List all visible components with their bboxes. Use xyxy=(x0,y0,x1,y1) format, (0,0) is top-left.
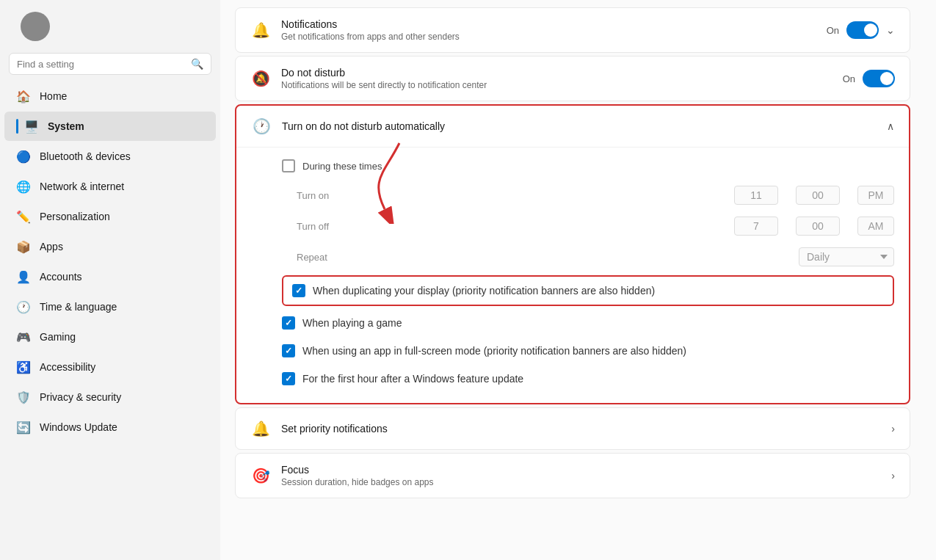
personalization-icon: ✏️ xyxy=(16,209,31,224)
sidebar-item-network[interactable]: 🌐Network & internet xyxy=(4,172,216,201)
during-times-row: During these times xyxy=(282,155,894,177)
auto-dnd-content: During these times xyxy=(236,147,909,403)
auto-dnd-section: 🕐 Turn on do not disturb automatically ∧… xyxy=(235,104,910,404)
time-label: Time & language xyxy=(40,301,204,313)
focus-icon: 🎯 xyxy=(250,465,271,486)
search-input[interactable] xyxy=(17,59,185,70)
turn-off-hour[interactable] xyxy=(734,217,778,236)
sidebar-item-bluetooth[interactable]: 🔵Bluetooth & devices xyxy=(4,142,216,171)
repeat-select[interactable]: Daily Weekdays Weekends xyxy=(799,247,894,266)
focus-chevron: › xyxy=(891,470,895,481)
nav-list: 🏠Home🖥️System🔵Bluetooth & devices🌐Networ… xyxy=(0,81,220,443)
auto-dnd-icon: 🕐 xyxy=(251,116,272,137)
network-icon: 🌐 xyxy=(16,179,31,194)
checkbox-gaming[interactable]: ✓ xyxy=(282,316,295,330)
turn-on-hour[interactable] xyxy=(734,186,778,205)
notifications-expand-icon[interactable]: ⌄ xyxy=(886,24,895,36)
turn-on-label: Turn on xyxy=(297,190,355,201)
gaming-icon: 🎮 xyxy=(16,330,31,344)
sidebar-item-system[interactable]: 🖥️System xyxy=(4,112,216,141)
turn-off-period[interactable] xyxy=(857,217,894,236)
sidebar-item-apps[interactable]: 📦Apps xyxy=(4,232,216,261)
priority-notifications-row[interactable]: 🔔 Set priority notifications › xyxy=(235,407,910,450)
search-icon: 🔍 xyxy=(191,58,203,70)
sidebar-item-accounts[interactable]: 👤Accounts xyxy=(4,262,216,291)
avatar xyxy=(21,12,50,41)
checkbox-row-duplicating[interactable]: ✓When duplicating your display (priority… xyxy=(282,275,894,306)
turn-on-row: Turn on xyxy=(282,180,894,211)
home-icon: 🏠 xyxy=(16,89,31,103)
turn-off-minute[interactable] xyxy=(796,217,840,236)
checkbox-update[interactable]: ✓ xyxy=(282,372,295,385)
checkbox-duplicating[interactable]: ✓ xyxy=(292,284,305,297)
focus-row[interactable]: 🎯 Focus Session duration, hide badges on… xyxy=(235,453,910,498)
dnd-subtitle: Notifications will be sent directly to n… xyxy=(281,80,832,90)
personalization-label: Personalization xyxy=(40,211,204,222)
turn-off-row: Turn off xyxy=(282,211,894,241)
turn-on-minute[interactable] xyxy=(796,186,840,205)
apps-label: Apps xyxy=(40,241,204,252)
dnd-icon: 🔕 xyxy=(250,68,271,89)
sidebar-item-personalization[interactable]: ✏️Personalization xyxy=(4,202,216,231)
sidebar-item-accessibility[interactable]: ♿Accessibility xyxy=(4,352,216,382)
checkbox-label-gaming: When playing a game xyxy=(302,317,402,329)
apps-icon: 📦 xyxy=(16,239,31,254)
search-container: 🔍 xyxy=(9,53,211,75)
update-label: Windows Update xyxy=(40,421,204,433)
dnd-row: 🔕 Do not disturb Notifications will be s… xyxy=(235,56,910,101)
system-label: System xyxy=(48,120,204,132)
during-times-checkbox[interactable] xyxy=(282,159,295,172)
time-icon: 🕐 xyxy=(16,299,31,314)
main-content: 🔔 Notifications Get notifications from a… xyxy=(220,0,936,560)
dnd-toggle-label: On xyxy=(843,73,855,84)
auto-dnd-header[interactable]: 🕐 Turn on do not disturb automatically ∧ xyxy=(236,106,909,147)
notifications-title: Notifications xyxy=(281,18,816,30)
system-icon: 🖥️ xyxy=(24,119,39,134)
auto-dnd-chevron[interactable]: ∧ xyxy=(887,120,894,132)
checkbox-row-gaming[interactable]: ✓When playing a game xyxy=(282,309,894,337)
accounts-label: Accounts xyxy=(40,271,204,283)
accounts-icon: 👤 xyxy=(16,269,31,284)
bluetooth-icon: 🔵 xyxy=(16,149,31,164)
turn-off-label: Turn off xyxy=(297,221,355,232)
notifications-row: 🔔 Notifications Get notifications from a… xyxy=(235,7,910,53)
sidebar: 🔍 🏠Home🖥️System🔵Bluetooth & devices🌐Netw… xyxy=(0,0,220,560)
priority-chevron: › xyxy=(891,423,895,434)
notifications-subtitle: Get notifications from apps and other se… xyxy=(281,32,816,42)
repeat-row: Repeat Daily Weekdays Weekends xyxy=(282,241,894,272)
during-times-label: During these times xyxy=(302,161,382,172)
notifications-toggle-label: On xyxy=(827,25,839,36)
sidebar-item-gaming[interactable]: 🎮Gaming xyxy=(4,322,216,352)
privacy-icon: 🛡️ xyxy=(16,390,31,404)
priority-icon: 🔔 xyxy=(250,418,271,439)
auto-dnd-title: Turn on do not disturb automatically xyxy=(282,120,445,132)
priority-title: Set priority notifications xyxy=(281,423,881,434)
update-icon: 🔄 xyxy=(16,420,31,434)
gaming-label: Gaming xyxy=(40,331,204,343)
dnd-toggle[interactable] xyxy=(863,70,895,87)
sidebar-item-home[interactable]: 🏠Home xyxy=(4,81,216,111)
notifications-toggle[interactable] xyxy=(846,21,879,39)
repeat-label: Repeat xyxy=(297,252,355,263)
checkbox-row-fullscreen[interactable]: ✓When using an app in full-screen mode (… xyxy=(282,337,894,365)
accessibility-icon: ♿ xyxy=(16,360,31,374)
checkbox-items: ✓When duplicating your display (priority… xyxy=(282,275,894,393)
sidebar-item-privacy[interactable]: 🛡️Privacy & security xyxy=(4,382,216,412)
checkbox-row-update[interactable]: ✓For the first hour after a Windows feat… xyxy=(282,365,894,393)
dnd-title: Do not disturb xyxy=(281,67,832,79)
privacy-label: Privacy & security xyxy=(40,391,204,403)
checkbox-label-update: For the first hour after a Windows featu… xyxy=(302,373,523,385)
sidebar-item-time[interactable]: 🕐Time & language xyxy=(4,292,216,321)
bluetooth-label: Bluetooth & devices xyxy=(40,150,204,162)
checkbox-label-fullscreen: When using an app in full-screen mode (p… xyxy=(302,345,686,357)
focus-title: Focus xyxy=(281,464,881,476)
focus-subtitle: Session duration, hide badges on apps xyxy=(281,477,881,487)
turn-on-period[interactable] xyxy=(857,186,894,205)
checkbox-fullscreen[interactable]: ✓ xyxy=(282,344,295,357)
active-bar xyxy=(16,119,18,134)
checkbox-label-duplicating: When duplicating your display (priority … xyxy=(313,285,655,297)
notifications-icon: 🔔 xyxy=(250,20,271,40)
sidebar-item-update[interactable]: 🔄Windows Update xyxy=(4,412,216,442)
home-label: Home xyxy=(40,90,204,102)
accessibility-label: Accessibility xyxy=(40,361,204,373)
